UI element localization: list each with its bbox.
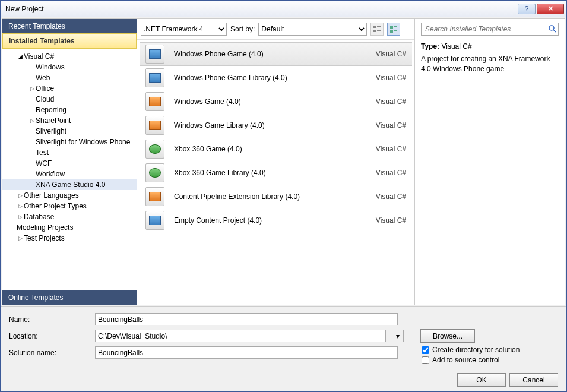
sort-select[interactable]: Default <box>258 23 367 36</box>
name-input[interactable] <box>95 313 398 325</box>
view-small-icon[interactable] <box>370 23 384 36</box>
template-icon <box>145 163 164 182</box>
tree-node-label: Windows <box>36 63 65 71</box>
location-input[interactable] <box>95 330 386 342</box>
cancel-button[interactable]: Cancel <box>509 373 558 387</box>
close-button[interactable]: ✕ <box>537 4 564 14</box>
tree-node-label: Cloud <box>36 95 54 103</box>
ok-button[interactable]: OK <box>457 373 506 387</box>
tree-node-label: Test Projects <box>24 234 65 242</box>
template-item[interactable]: Xbox 360 Game Library (4.0)Visual C# <box>140 161 412 185</box>
tree-node[interactable]: ▷SharePoint <box>2 115 137 126</box>
tree-node[interactable]: Windows <box>2 62 137 72</box>
tree-node[interactable]: Modeling Projects <box>2 222 137 233</box>
template-icon <box>145 92 164 111</box>
expand-closed-icon[interactable]: ▷ <box>17 214 24 220</box>
tree-node-label: WCF <box>36 159 52 167</box>
expand-closed-icon[interactable]: ▷ <box>28 86 36 91</box>
tree-node[interactable]: ▷Test Projects <box>2 233 137 244</box>
description-pane: Type: Visual C# A project for creating a… <box>421 42 559 74</box>
tree-node[interactable]: Workflow <box>2 169 137 179</box>
tree-node-label: Other Languages <box>24 191 79 200</box>
expand-open-icon[interactable]: ◢ <box>17 53 24 59</box>
template-list: Windows Phone Game (4.0)Visual C#Windows… <box>137 40 414 305</box>
expand-closed-icon[interactable]: ▷ <box>28 118 36 124</box>
center-pane: .NET Framework 4 Sort by: Default Window… <box>137 19 414 305</box>
tree-node[interactable]: Silverlight <box>2 126 137 137</box>
view-medium-icon[interactable] <box>387 23 400 36</box>
template-name: Empty Content Project (4.0) <box>174 216 376 225</box>
installed-templates-header[interactable]: Installed Templates <box>2 33 137 49</box>
right-pane: Type: Visual C# A project for creating a… <box>414 19 565 305</box>
svg-rect-1 <box>373 30 376 32</box>
tree-node[interactable]: Silverlight for Windows Phone <box>2 137 137 147</box>
tree-node[interactable]: Reporting <box>2 105 137 115</box>
tree-node[interactable]: ▷Other Project Types <box>2 201 137 211</box>
template-item[interactable]: Windows Phone Game (4.0)Visual C# <box>140 42 412 66</box>
source-control-checkbox[interactable] <box>422 356 429 364</box>
template-item[interactable]: Windows Phone Game Library (4.0)Visual C… <box>140 66 412 90</box>
tree-node[interactable]: XNA Game Studio 4.0 <box>2 179 137 190</box>
expand-closed-icon[interactable]: ▷ <box>17 203 24 209</box>
sort-by-label: Sort by: <box>230 25 255 33</box>
location-dropdown-icon[interactable]: ▾ <box>392 330 404 342</box>
tree-node[interactable]: ◢Visual C# <box>2 51 137 62</box>
svg-rect-3 <box>377 30 381 31</box>
template-item[interactable]: Xbox 360 Game (4.0)Visual C# <box>140 137 412 161</box>
svg-line-9 <box>553 30 556 32</box>
tree-node[interactable]: Web <box>2 72 137 83</box>
main-area: Recent Templates Installed Templates ◢Vi… <box>2 18 565 305</box>
template-language: Visual C# <box>376 50 406 58</box>
framework-select[interactable]: .NET Framework 4 <box>141 23 227 36</box>
tree-node-label: Workflow <box>36 170 65 178</box>
tree-node-label: Test <box>36 148 49 157</box>
tree-node-label: Database <box>24 213 54 221</box>
template-name: Xbox 360 Game Library (4.0) <box>174 169 376 177</box>
template-icon <box>145 45 164 64</box>
tree-node[interactable]: ▷Other Languages <box>2 190 137 201</box>
template-tree: ◢Visual C#WindowsWeb▷OfficeCloudReportin… <box>2 49 137 290</box>
template-language: Visual C# <box>376 74 406 82</box>
svg-rect-2 <box>377 26 381 27</box>
template-name: Windows Phone Game Library (4.0) <box>174 74 376 82</box>
svg-rect-4 <box>390 26 393 29</box>
template-language: Visual C# <box>376 169 406 177</box>
browse-button[interactable]: Browse... <box>420 329 475 343</box>
expand-closed-icon[interactable]: ▷ <box>17 192 24 198</box>
left-pane: Recent Templates Installed Templates ◢Vi… <box>2 19 137 305</box>
template-language: Visual C# <box>376 145 406 153</box>
create-directory-checkbox[interactable] <box>422 346 429 354</box>
tree-node[interactable]: WCF <box>2 158 137 169</box>
search-icon[interactable] <box>548 24 556 34</box>
template-item[interactable]: Windows Game Library (4.0)Visual C# <box>140 113 412 137</box>
tree-node-label: Reporting <box>36 106 66 114</box>
template-icon <box>145 116 164 135</box>
solution-name-input[interactable] <box>95 346 398 359</box>
template-icon <box>145 187 164 206</box>
search-input[interactable] <box>421 23 559 36</box>
tree-node-label: Office <box>36 84 54 93</box>
tree-node[interactable]: ▷Database <box>2 211 137 222</box>
recent-templates-header[interactable]: Recent Templates <box>2 19 137 33</box>
titlebar: New Project ? ✕ <box>1 1 566 17</box>
template-icon <box>145 68 164 87</box>
tree-node[interactable]: Test <box>2 147 137 158</box>
template-name: Xbox 360 Game (4.0) <box>174 145 376 153</box>
template-item[interactable]: Windows Game (4.0)Visual C# <box>140 90 412 113</box>
template-item[interactable]: Content Pipeline Extension Library (4.0)… <box>140 185 412 208</box>
bottom-form: Name: Location: ▾ Browse... Solution nam… <box>1 306 566 368</box>
template-description: A project for creating an XNA Framework … <box>421 54 559 74</box>
template-icon <box>145 211 164 230</box>
expand-closed-icon[interactable]: ▷ <box>17 235 24 241</box>
template-name: Windows Game Library (4.0) <box>174 121 376 129</box>
svg-rect-7 <box>394 30 397 31</box>
help-button[interactable]: ? <box>518 4 536 14</box>
source-control-label: Add to source control <box>432 356 499 364</box>
tree-node[interactable]: ▷Office <box>2 83 137 94</box>
tree-node[interactable]: Cloud <box>2 94 137 105</box>
online-templates-header[interactable]: Online Templates <box>2 290 137 305</box>
tree-node-label: Other Project Types <box>24 202 87 210</box>
template-item[interactable]: Empty Content Project (4.0)Visual C# <box>140 208 412 232</box>
template-language: Visual C# <box>376 216 406 225</box>
template-name: Windows Phone Game (4.0) <box>174 50 376 58</box>
